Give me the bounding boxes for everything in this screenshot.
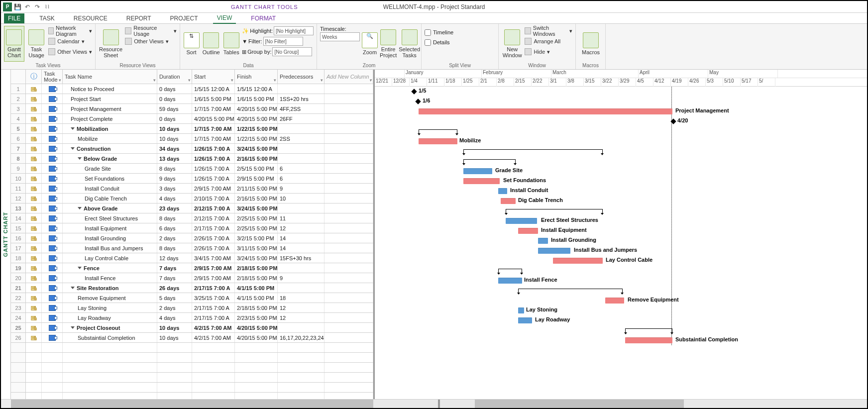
task-mode-cell[interactable]: [42, 333, 63, 342]
sort-button[interactable]: ⇅Sort: [183, 26, 200, 62]
row-number[interactable]: 3: [11, 104, 26, 113]
gantt-row[interactable]: Install Equipment: [375, 226, 867, 236]
gantt-row[interactable]: Erect Steel Structures: [375, 216, 867, 226]
start-cell[interactable]: 1/26/15 7:00 A: [192, 154, 235, 163]
predecessors-cell[interactable]: 12: [278, 303, 325, 312]
gantt-row[interactable]: Substaintial Completion: [375, 335, 867, 345]
row-number[interactable]: 11: [11, 184, 26, 193]
row-number[interactable]: 14: [11, 213, 26, 223]
finish-cell[interactable]: 2/18/15 5:00 PM: [235, 273, 278, 283]
task-bar[interactable]: [518, 307, 524, 313]
table-row[interactable]: 24Lay Roadway4 days2/17/15 7:00 A2/23/15…: [11, 313, 373, 323]
row-number[interactable]: 26: [11, 333, 26, 342]
indicator-cell[interactable]: [26, 174, 42, 183]
predecessors-cell[interactable]: 1SS+20 hrs: [278, 94, 325, 103]
duration-cell[interactable]: 0 days: [157, 114, 192, 123]
task-bar[interactable]: [419, 108, 672, 114]
start-cell[interactable]: 2/9/15 7:00 AM: [192, 184, 235, 193]
task-name-cell[interactable]: Below Grade: [63, 154, 157, 163]
table-row[interactable]: [11, 373, 373, 383]
col-add-new[interactable]: Add New Column▾: [325, 70, 373, 84]
task-name-cell[interactable]: Lay Roadway: [63, 313, 157, 322]
gantt-row[interactable]: [375, 146, 867, 156]
task-name-cell[interactable]: Install Conduit: [63, 184, 157, 193]
new-window-button[interactable]: New Window: [502, 26, 523, 62]
predecessors-cell[interactable]: 9: [278, 273, 325, 283]
duration-cell[interactable]: 8 days: [157, 164, 192, 173]
start-cell[interactable]: 2/17/15 7:00 A: [192, 223, 235, 233]
task-name-cell[interactable]: Lay Control Cable: [63, 253, 157, 263]
start-cell[interactable]: 2/26/15 7:00 A: [192, 243, 235, 253]
gantt-row[interactable]: Lay Control Cable: [375, 256, 867, 266]
tab-report[interactable]: REPORT: [122, 13, 155, 23]
table-row[interactable]: 18Lay Control Cable12 days3/4/15 7:00 AM…: [11, 253, 373, 263]
duration-cell[interactable]: 3 days: [157, 184, 192, 193]
finish-cell[interactable]: 2/9/15 5:00 PM: [235, 174, 278, 183]
task-mode-cell[interactable]: [42, 204, 63, 213]
table-row[interactable]: 9Grade Site8 days1/26/15 7:00 A2/5/15 5:…: [11, 164, 373, 174]
indicator-cell[interactable]: [26, 104, 42, 113]
indicator-cell[interactable]: [26, 243, 42, 253]
horizontal-scrollbar[interactable]: [1, 399, 867, 408]
task-name-cell[interactable]: Install Bus and Jumpers: [63, 243, 157, 253]
task-mode-cell[interactable]: [42, 114, 63, 123]
task-bar[interactable]: [501, 198, 516, 204]
start-cell[interactable]: 2/12/15 7:00 A: [192, 204, 235, 213]
task-name-cell[interactable]: Lay Stoning: [63, 303, 157, 312]
row-number[interactable]: 23: [11, 303, 26, 312]
task-mode-cell[interactable]: [42, 303, 63, 312]
outline-button[interactable]: Outline: [202, 26, 220, 62]
task-bar[interactable]: [419, 138, 457, 144]
gantt-row[interactable]: Mobilize: [375, 136, 867, 146]
predecessors-cell[interactable]: 16,17,20,22,23,24: [278, 333, 325, 342]
task-mode-cell[interactable]: [42, 84, 63, 94]
task-name-cell[interactable]: Mobilize: [63, 134, 157, 143]
tables-button[interactable]: Tables: [222, 26, 240, 62]
duration-cell[interactable]: 10 days: [157, 124, 192, 133]
resource-sheet-button[interactable]: Resource Sheet: [99, 26, 123, 62]
task-bar[interactable]: [506, 218, 537, 224]
task-mode-cell[interactable]: [42, 164, 63, 173]
task-name-cell[interactable]: Site Restoration: [63, 283, 157, 293]
duration-cell[interactable]: 59 days: [157, 104, 192, 113]
selected-tasks-button[interactable]: Selected Tasks: [399, 26, 420, 62]
task-mode-cell[interactable]: [42, 233, 63, 243]
finish-cell[interactable]: 4/20/15 5:00 PM: [235, 323, 278, 332]
finish-cell[interactable]: 1/5/15 12:00 A: [235, 84, 278, 94]
gantt-row[interactable]: Project Management: [375, 106, 867, 116]
finish-cell[interactable]: 2/23/15 5:00 PM: [235, 313, 278, 322]
summary-bracket[interactable]: [518, 289, 623, 293]
finish-cell[interactable]: 1/6/15 5:00 PM: [235, 94, 278, 103]
duration-cell[interactable]: 6 days: [157, 223, 192, 233]
empty-cell[interactable]: [325, 194, 373, 203]
row-number[interactable]: 15: [11, 223, 26, 233]
gantt-row[interactable]: Lay Stoning: [375, 306, 867, 315]
col-task-name[interactable]: Task Name▾: [63, 70, 157, 84]
indicator-cell[interactable]: [26, 273, 42, 283]
start-cell[interactable]: 1/26/15 7:00 A: [192, 174, 235, 183]
duration-cell[interactable]: 8 days: [157, 213, 192, 223]
indicator-cell[interactable]: [26, 223, 42, 233]
start-cell[interactable]: 3/4/15 7:00 AM: [192, 253, 235, 263]
row-number[interactable]: 10: [11, 174, 26, 183]
timeline-checkbox[interactable]: Timeline: [425, 28, 495, 37]
duration-cell[interactable]: 7 days: [157, 273, 192, 283]
start-cell[interactable]: 1/5/15 12:00 A: [192, 84, 235, 94]
tab-resource[interactable]: RESOURCE: [70, 13, 111, 23]
task-bar[interactable]: [463, 168, 492, 174]
gantt-row[interactable]: [375, 126, 867, 136]
table-row[interactable]: 12Dig Cable Trench4 days2/10/15 7:00 A2/…: [11, 194, 373, 204]
resource-usage-button[interactable]: Resource Usage ▾: [125, 26, 177, 36]
gantt-row[interactable]: Install Fence: [375, 276, 867, 286]
empty-cell[interactable]: [325, 144, 373, 153]
row-number[interactable]: 9: [11, 164, 26, 173]
gantt-row[interactable]: Install Conduit: [375, 186, 867, 196]
grid-body[interactable]: 1Notice to Proceed0 days1/5/15 12:00 A1/…: [11, 84, 373, 399]
duration-cell[interactable]: 13 days: [157, 154, 192, 163]
calendar-button[interactable]: Calendar ▾: [48, 36, 92, 46]
row-number[interactable]: 18: [11, 253, 26, 263]
other-views-button[interactable]: Other Views ▾: [48, 47, 92, 57]
indicator-cell[interactable]: [26, 94, 42, 103]
predecessors-cell[interactable]: 14: [278, 233, 325, 243]
indicator-cell[interactable]: [26, 233, 42, 243]
